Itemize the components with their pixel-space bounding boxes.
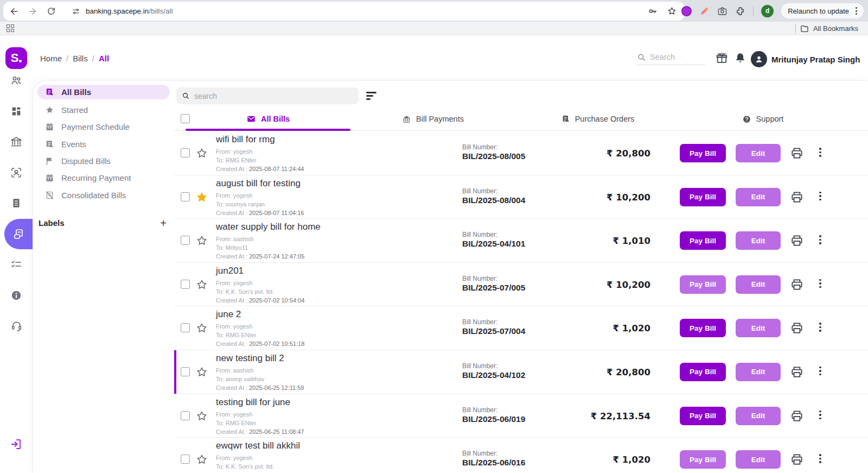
row-checkbox[interactable] <box>181 280 190 289</box>
print-icon[interactable] <box>790 146 804 160</box>
edit-button[interactable]: Edit <box>736 144 781 162</box>
rail-item-statements[interactable] <box>0 188 33 219</box>
breadcrumb-bills[interactable]: Bills <box>73 54 88 63</box>
star-icon[interactable] <box>196 322 208 334</box>
breadcrumb-home[interactable]: Home <box>40 54 62 63</box>
bookmark-star-icon[interactable] <box>667 6 677 16</box>
pay-bill-button[interactable]: Pay Bill <box>680 450 726 469</box>
bill-title[interactable]: wifi bill for rmg <box>216 134 275 145</box>
pay-bill-button[interactable]: Pay Bill <box>680 319 726 337</box>
star-icon[interactable] <box>196 191 208 203</box>
pay-bill-button[interactable]: Pay Bill <box>680 363 726 381</box>
edit-button[interactable]: Edit <box>736 275 781 294</box>
pay-bill-button[interactable]: Pay Bill <box>680 231 726 250</box>
edit-button[interactable]: Edit <box>736 407 781 425</box>
browser-menu-icon[interactable] <box>852 5 860 17</box>
edit-button[interactable]: Edit <box>736 363 781 381</box>
bill-title[interactable]: june 2 <box>216 309 241 320</box>
row-checkbox[interactable] <box>181 236 190 245</box>
print-icon[interactable] <box>790 278 804 292</box>
rail-item-info[interactable] <box>0 280 33 311</box>
star-icon[interactable] <box>196 453 208 465</box>
star-icon[interactable] <box>196 147 208 159</box>
rail-item-contacts[interactable] <box>0 65 33 96</box>
browser-profile-avatar[interactable]: d <box>761 5 774 17</box>
bill-title[interactable]: august bill for testing <box>216 178 301 189</box>
rail-item-tasks[interactable] <box>0 249 33 280</box>
print-icon[interactable] <box>790 190 804 204</box>
print-icon[interactable] <box>790 234 804 248</box>
url-bar[interactable]: banking.spacepe.in/bills/all <box>86 7 173 15</box>
sidebar-item-starred[interactable]: Starred <box>37 102 170 118</box>
bill-title[interactable]: new testing bill 2 <box>216 353 284 364</box>
breadcrumb-all[interactable]: All <box>99 54 109 63</box>
logout-icon[interactable] <box>0 438 33 451</box>
pay-bill-button[interactable]: Pay Bill <box>680 188 726 206</box>
bill-title[interactable]: jun201 <box>216 266 244 276</box>
user-avatar[interactable] <box>751 51 767 67</box>
back-icon[interactable] <box>7 4 22 19</box>
sidebar-item-payment-schedule[interactable]: Payment Schedule <box>37 118 170 135</box>
bill-title[interactable]: water supply bill for home <box>216 222 321 232</box>
sidebar-item-consolidated-bills[interactable]: Consolidated Bills <box>37 186 170 203</box>
rail-item-banking[interactable] <box>0 127 33 157</box>
row-checkbox[interactable] <box>181 455 190 464</box>
more-options-icon[interactable] <box>816 321 824 333</box>
more-options-icon[interactable] <box>816 191 824 202</box>
rail-item-dashboard[interactable] <box>0 96 33 127</box>
edit-button[interactable]: Edit <box>736 231 781 250</box>
print-icon[interactable] <box>790 452 804 466</box>
bill-title[interactable]: testing bill for june <box>216 397 290 408</box>
site-info-icon[interactable] <box>72 7 80 16</box>
star-icon[interactable] <box>196 279 208 291</box>
forward-icon[interactable] <box>25 4 40 19</box>
pay-bill-button[interactable]: Pay Bill <box>680 407 726 425</box>
more-options-icon[interactable] <box>816 278 824 289</box>
more-options-icon[interactable] <box>816 147 824 158</box>
sort-icon[interactable] <box>366 90 378 101</box>
sidebar-item-events[interactable]: Events <box>37 136 170 153</box>
extensions-puzzle-icon[interactable] <box>735 6 745 16</box>
more-options-icon[interactable] <box>816 365 824 377</box>
camera-icon[interactable] <box>717 6 727 16</box>
password-key-icon[interactable] <box>648 6 658 16</box>
all-bookmarks-button[interactable]: All Bookmarks <box>795 22 858 35</box>
tab-purchase-orders[interactable]: Purchase Orders <box>515 107 680 131</box>
sidebar-item-disputed-bills[interactable]: Disputed Bills <box>37 153 170 169</box>
print-icon[interactable] <box>790 365 804 379</box>
row-checkbox[interactable] <box>181 148 190 157</box>
pen-extension-icon[interactable] <box>699 6 710 16</box>
more-options-icon[interactable] <box>816 409 824 421</box>
sidebar-item-all-bills[interactable]: All Bills <box>37 85 170 99</box>
rail-item-support[interactable] <box>0 311 33 342</box>
global-search-input[interactable] <box>636 52 705 65</box>
row-checkbox[interactable] <box>181 367 190 376</box>
rail-item-kyc[interactable] <box>0 157 33 188</box>
notifications-bell-icon[interactable] <box>734 52 746 64</box>
pay-bill-button[interactable]: Pay Bill <box>680 275 726 294</box>
reload-icon[interactable] <box>43 4 59 19</box>
more-options-icon[interactable] <box>816 453 824 464</box>
tab-bill-payments[interactable]: Bill Payments <box>350 107 515 131</box>
edit-button[interactable]: Edit <box>736 188 781 206</box>
edit-button[interactable]: Edit <box>736 319 781 337</box>
star-icon[interactable] <box>196 366 208 378</box>
bills-search-input[interactable] <box>194 92 353 100</box>
print-icon[interactable] <box>790 409 804 423</box>
tab-all-bills[interactable]: All Bills <box>186 107 350 131</box>
bill-title[interactable]: ewqwr test bill akkhil <box>216 440 300 451</box>
add-label-icon[interactable]: + <box>160 218 167 229</box>
more-options-icon[interactable] <box>816 234 824 245</box>
extension-purple-icon[interactable] <box>681 6 692 16</box>
print-icon[interactable] <box>790 321 804 335</box>
star-icon[interactable] <box>196 235 208 247</box>
row-checkbox[interactable] <box>181 323 190 332</box>
row-checkbox[interactable] <box>181 411 190 420</box>
star-icon[interactable] <box>196 410 208 422</box>
tab-support[interactable]: Support <box>680 107 845 131</box>
edit-button[interactable]: Edit <box>736 450 781 469</box>
rewards-gift-icon[interactable] <box>715 52 729 65</box>
relaunch-button[interactable]: Relaunch to update <box>781 3 864 18</box>
pay-bill-button[interactable]: Pay Bill <box>680 144 726 162</box>
apps-grid-icon[interactable] <box>7 24 14 32</box>
